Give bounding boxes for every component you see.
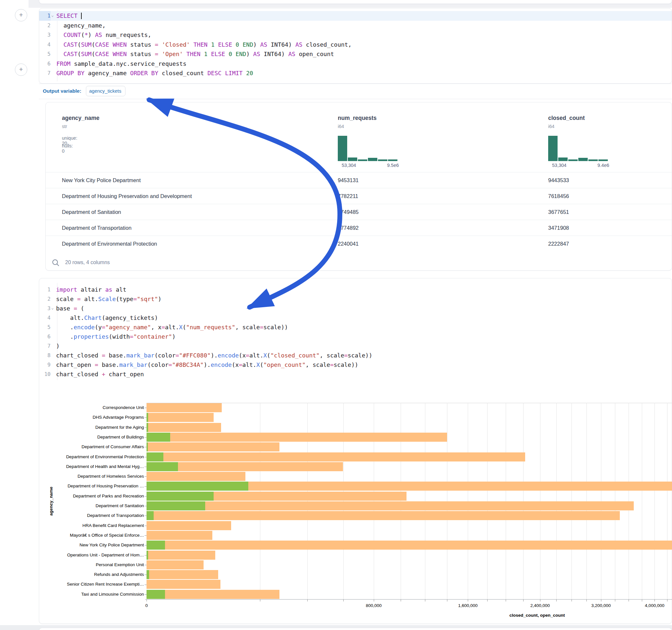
x-axis-tick [374, 599, 374, 602]
y-axis-label: DHS Advantage Programs [39, 415, 144, 420]
code-line[interactable]: 4 alt.Chart(agency_tickets) [39, 313, 672, 323]
sql-code-editor[interactable]: 1⌄SELECT 2 agency_name,3 COUNT(*) AS num… [39, 8, 672, 83]
code-line[interactable]: 4 CAST(SUM(CASE WHEN status = 'Closed' T… [39, 40, 672, 50]
add-cell-button-top[interactable]: + [15, 9, 27, 21]
x-axis-tick-label: 3,200,000 [591, 603, 611, 608]
bar-open-count [146, 551, 148, 560]
code-line[interactable]: 8chart_closed = base.mark_bar(color="#FF… [39, 350, 672, 360]
line-number: 4 [39, 313, 51, 323]
y-axis-label: Department of Health and Mental Hyg… [39, 464, 144, 469]
x-axis-tick-label: 4,000,000 [645, 603, 664, 608]
y-axis-label: Department of Environmental Protection [39, 454, 144, 459]
output-variable-badge[interactable]: agency_tickets [86, 86, 125, 96]
x-axis-tick [468, 599, 468, 602]
python-code-editor[interactable]: 1import altair as alt2scale = alt.Scale(… [39, 278, 672, 379]
code-line[interactable]: 3⌄base = ( [39, 304, 672, 313]
altair-chart: 0800,0001,600,0002,400,0003,200,0004,000… [39, 398, 672, 619]
bar-closed-count [146, 580, 220, 589]
y-axis-label: Department of Sanitation [39, 503, 144, 508]
line-number: 6 [39, 59, 51, 69]
line-number: 2 [39, 294, 51, 304]
x-axis-tick [667, 599, 668, 602]
plot-area [146, 403, 672, 599]
column-histogram [338, 136, 399, 161]
line-number: 9 [39, 360, 51, 370]
x-axis-tick [487, 599, 487, 602]
bar-closed-count [146, 501, 634, 510]
y-axis-label: Department of Buildings [39, 435, 144, 439]
bar-closed-count [146, 551, 215, 560]
code-line[interactable]: 2scale = alt.Scale(type="sqrt") [39, 294, 672, 304]
x-axis-tick [146, 599, 147, 602]
line-number: 3 [39, 30, 51, 40]
x-axis-tick [506, 599, 506, 602]
sql-cell: 1⌄SELECT 2 agency_name,3 COUNT(*) AS num… [39, 8, 672, 83]
bar-closed-count [146, 453, 525, 461]
line-number: 3 [39, 304, 51, 313]
bar-open-count [146, 492, 214, 501]
bar-open-count [146, 501, 205, 510]
line-number: 7 [39, 341, 51, 351]
add-cell-button-middle[interactable]: + [15, 64, 27, 76]
x-axis-tick [401, 599, 401, 602]
previous-cell-edge [39, 0, 672, 4]
code-line[interactable]: 7) [39, 341, 672, 351]
y-axis-label: HRA Benefit Card Replacement [39, 523, 144, 528]
y-axis-label: Operations Unit - Department of Hom… [39, 553, 144, 557]
line-number: 6 [39, 332, 51, 342]
table-row: New York City Police Department945313194… [46, 172, 672, 188]
x-axis-line [145, 599, 672, 600]
code-line[interactable]: 1import altair as alt [39, 285, 672, 295]
line-number: 2 [39, 21, 51, 30]
fold-chevron-icon[interactable]: ⌄ [51, 303, 54, 313]
code-line[interactable]: 6FROM sample_data.nyc.service_requests [39, 59, 672, 69]
bar-open-count [146, 570, 149, 579]
output-variable-bar: Output variable: agency_tickets [39, 83, 672, 99]
fold-chevron-icon[interactable]: ⌄ [51, 10, 54, 20]
bar-open-count [146, 453, 163, 461]
code-line[interactable]: 10chart_closed + chart_open [39, 369, 672, 379]
x-axis-tick-label: 1,600,000 [458, 603, 478, 608]
table-row: Department of Transportation377489234719… [46, 220, 672, 236]
y-axis-label: Taxi and Limousine Commission [39, 592, 144, 597]
code-line[interactable]: 9chart_open = base.mark_bar(color="#8BC3… [39, 360, 672, 370]
line-number: 10 [39, 369, 51, 379]
bar-closed-count [146, 540, 672, 550]
column-histogram [548, 136, 610, 161]
line-number: 8 [39, 350, 51, 360]
y-axis-label: Department of Parks and Recreation [39, 493, 144, 499]
x-axis-tick [523, 599, 524, 602]
results-table: agency_namestrunique: 20nulls: 0num_requ… [45, 102, 672, 271]
x-axis-tick [654, 599, 655, 602]
x-axis-tick [642, 599, 642, 602]
next-cell-edge [39, 628, 672, 630]
line-number: 1 [39, 285, 51, 295]
x-axis-tick [447, 599, 447, 602]
output-variable-label: Output variable: [43, 88, 81, 94]
x-axis-tick [628, 599, 629, 602]
code-line[interactable]: 1⌄SELECT [39, 11, 672, 21]
bar-closed-count [146, 521, 231, 530]
code-line[interactable]: 5 .encode(y="agency_name", x=alt.X("num_… [39, 322, 672, 332]
y-axis-label: Refunds and Adjustments [39, 572, 144, 577]
x-axis-tick [425, 599, 425, 602]
bar-closed-count [146, 570, 218, 579]
code-line[interactable]: 6 .properties(width="container") [39, 332, 672, 342]
line-number: 7 [39, 68, 51, 78]
x-axis-tick [343, 599, 344, 602]
search-icon[interactable] [51, 259, 60, 267]
bar-open-count [146, 462, 178, 471]
bar-open-count [146, 413, 148, 422]
code-line[interactable]: 3 COUNT(*) AS num_requests, [39, 30, 672, 40]
line-number: 4 [39, 40, 51, 50]
code-line[interactable]: 2 agency_name, [39, 21, 672, 30]
x-axis-tick [615, 599, 615, 602]
x-axis-tick [601, 599, 601, 602]
y-axis-label: Correspondence Unit [39, 405, 144, 410]
y-axis-label: Department of Consumer Affairs [39, 444, 144, 449]
line-number: 5 [39, 49, 51, 59]
y-axis-label: Personal Exemption Unit [39, 562, 144, 567]
code-line[interactable]: 7GROUP BY agency_name ORDER BY closed_co… [39, 68, 672, 78]
code-line[interactable]: 5 CAST(SUM(CASE WHEN status = 'Open' THE… [39, 49, 672, 59]
y-axis-label: New York City Police Department [39, 542, 144, 547]
